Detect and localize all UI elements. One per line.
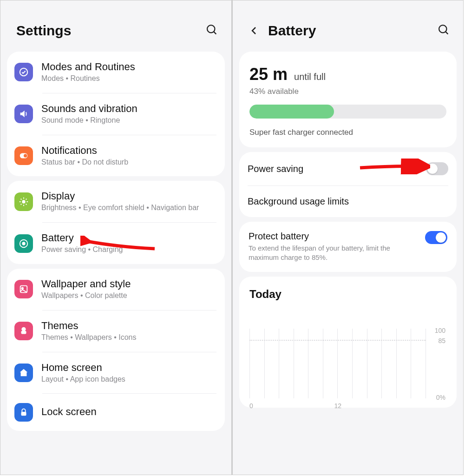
svg-line-10: [21, 198, 22, 199]
settings-item-home-screen[interactable]: Home screen Layout • App icon badges: [7, 352, 225, 394]
protect-battery-card[interactable]: Protect battery To extend the lifespan o…: [239, 222, 457, 272]
x-tick-12: 12: [334, 402, 341, 410]
battery-icon: [14, 234, 33, 253]
item-subtitle: Wallpapers • Color palette: [41, 291, 216, 301]
svg-point-15: [22, 242, 25, 245]
item-subtitle: Layout • App icon badges: [41, 375, 216, 384]
power-saving-toggle[interactable]: [426, 162, 448, 175]
power-saving-row[interactable]: Power saving: [239, 152, 457, 185]
settings-item-battery[interactable]: Battery Power saving • Charging: [7, 223, 225, 264]
protect-battery-toggle[interactable]: [425, 231, 447, 244]
y-tick-85: 85: [438, 337, 445, 344]
themes-icon: [14, 322, 33, 340]
svg-point-17: [21, 288, 23, 290]
item-subtitle: Power saving • Charging: [41, 245, 216, 255]
battery-status-card: 25 m until full 43% available Super fast…: [239, 52, 457, 147]
settings-item-modes-routines[interactable]: Modes and Routines Modes • Routines: [7, 52, 225, 93]
protect-battery-title: Protect battery: [249, 231, 418, 242]
chart-gridlines: [249, 329, 426, 398]
svg-point-21: [439, 25, 446, 33]
item-subtitle: Sound mode • Ringtone: [41, 116, 216, 126]
item-title: Home screen: [41, 362, 216, 374]
search-icon[interactable]: [205, 23, 220, 38]
item-subtitle: Themes • Wallpapers • Icons: [41, 333, 216, 343]
protect-battery-desc: To extend the lifespan of your battery, …: [249, 244, 418, 263]
settings-item-lock-screen[interactable]: Lock screen: [7, 394, 225, 431]
battery-progress-bar: [249, 105, 446, 119]
y-tick-0: 0%: [436, 394, 445, 401]
item-title: Themes: [41, 320, 216, 332]
settings-screen: Settings Modes and Routines Modes • Rout…: [0, 0, 232, 475]
x-tick-0: 0: [249, 402, 253, 410]
chart-reference-85: [249, 340, 426, 341]
percent-available: 43% available: [249, 87, 446, 96]
item-title: Display: [41, 190, 216, 202]
item-title: Modes and Routines: [41, 61, 216, 73]
svg-rect-19: [21, 331, 26, 334]
svg-line-13: [26, 198, 27, 199]
today-title: Today: [249, 288, 446, 301]
settings-item-themes[interactable]: Themes Themes • Wallpapers • Icons: [7, 311, 225, 352]
display-icon: [14, 192, 33, 211]
item-title: Sounds and vibration: [41, 103, 216, 115]
battery-progress-fill: [249, 105, 334, 119]
power-saving-label: Power saving: [248, 164, 420, 174]
lock-icon: [14, 403, 33, 422]
settings-item-wallpaper-style[interactable]: Wallpaper and style Wallpapers • Color p…: [7, 269, 225, 310]
notifications-icon: [14, 146, 33, 165]
svg-line-22: [445, 32, 448, 34]
home-icon: [14, 364, 33, 382]
svg-point-4: [24, 154, 27, 157]
svg-line-11: [26, 204, 27, 205]
page-title: Settings: [16, 23, 197, 39]
battery-header: Battery: [233, 0, 463, 47]
svg-line-1: [214, 32, 216, 34]
settings-item-notifications[interactable]: Notifications Status bar • Do not distur…: [7, 135, 225, 177]
item-subtitle: Brightness • Eye comfort shield • Naviga…: [41, 203, 216, 213]
wallpaper-icon: [14, 280, 33, 298]
item-title: Battery: [41, 232, 216, 244]
today-usage-card[interactable]: Today 100 85 0% 0 12: [239, 277, 457, 408]
time-until-full: 25 m until full: [249, 65, 326, 84]
x-ticks: 0 12: [249, 402, 426, 410]
back-button[interactable]: [249, 25, 260, 36]
item-subtitle: Status bar • Do not disturb: [41, 158, 216, 167]
svg-rect-20: [21, 412, 26, 416]
y-tick-100: 100: [435, 327, 445, 334]
svg-point-5: [22, 200, 25, 203]
settings-header: Settings: [0, 0, 231, 47]
sounds-icon: [14, 105, 33, 123]
svg-point-18: [21, 327, 26, 331]
settings-item-sounds-vibration[interactable]: Sounds and vibration Sound mode • Ringto…: [7, 93, 225, 135]
time-suffix: until full: [294, 72, 326, 82]
item-title: Wallpaper and style: [41, 278, 216, 290]
battery-usage-chart: 100 85 0% 0 12: [249, 329, 446, 408]
svg-line-12: [21, 204, 22, 205]
time-value: 25 m: [249, 65, 288, 84]
search-icon[interactable]: [437, 23, 452, 38]
settings-item-display[interactable]: Display Brightness • Eye comfort shield …: [7, 181, 225, 222]
item-title: Notifications: [41, 145, 216, 157]
settings-group-1: Modes and Routines Modes • Routines Soun…: [7, 52, 225, 176]
modes-routines-icon: [14, 63, 33, 81]
settings-group-2: Display Brightness • Eye comfort shield …: [7, 181, 225, 264]
background-usage-limits-row[interactable]: Background usage limits: [239, 186, 457, 217]
settings-group-3: Wallpaper and style Wallpapers • Color p…: [7, 269, 225, 431]
charger-status: Super fast charger connected: [249, 128, 446, 137]
item-subtitle: Modes • Routines: [41, 74, 216, 84]
power-options-card: Power saving Background usage limits: [239, 152, 457, 217]
svg-point-0: [207, 25, 215, 33]
page-title: Battery: [268, 23, 429, 39]
bg-usage-label: Background usage limits: [248, 196, 448, 207]
item-title: Lock screen: [41, 406, 216, 418]
battery-screen: Battery 25 m until full 43% available Su…: [232, 0, 464, 475]
